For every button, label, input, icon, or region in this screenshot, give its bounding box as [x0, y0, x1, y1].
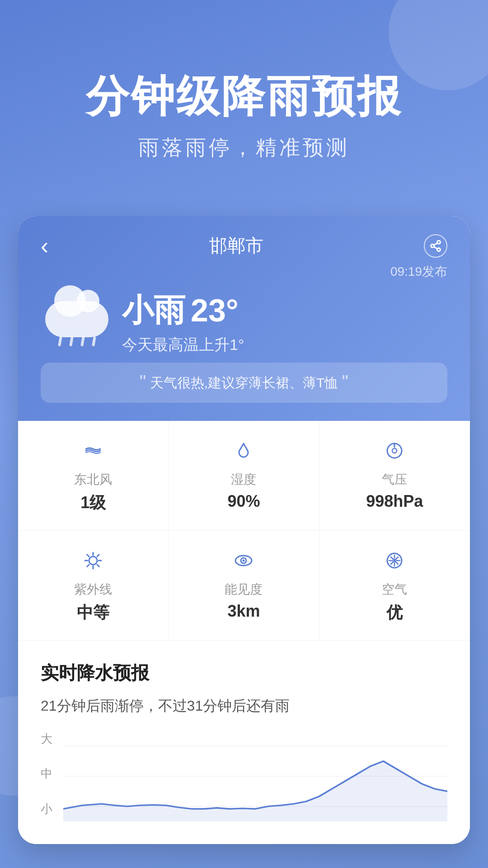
forecast-section: 实时降水预报 21分钟后雨渐停，不过31分钟后还有雨 大 中 小: [18, 641, 470, 844]
quote-open: ": [140, 372, 146, 392]
rain-drop-4: [92, 336, 96, 346]
suggestion-content: 天气很热,建议穿薄长裙、薄T恤: [150, 375, 338, 390]
share-icon: [429, 240, 442, 252]
visibility-value: 3km: [227, 602, 260, 621]
rain-drop-3: [80, 336, 85, 346]
svg-point-6: [392, 448, 397, 453]
uv-label: 紫外线: [74, 581, 112, 598]
svg-line-14: [97, 565, 99, 566]
stat-wind: 东北风 1级: [18, 421, 169, 531]
pressure-value: 998hPa: [366, 492, 423, 511]
rain-drops: [45, 336, 108, 346]
svg-line-16: [87, 565, 89, 566]
rainfall-svg: [63, 731, 447, 821]
pressure-icon: [385, 441, 404, 464]
share-button[interactable]: [424, 234, 447, 258]
wind-label: 东北风: [74, 471, 112, 488]
humidity-icon: [234, 441, 253, 464]
publish-time: 09:19发布: [41, 263, 447, 280]
quote-close: ": [342, 372, 348, 392]
stat-uv: 紫外线 中等: [18, 531, 169, 641]
weather-condition-temp: 小雨 23°: [122, 289, 244, 332]
pressure-label: 气压: [382, 471, 407, 488]
card-nav: ‹ 邯郸市: [41, 232, 447, 259]
chart-svg-area: [63, 731, 447, 821]
air-icon: [385, 551, 404, 574]
weather-icon: [45, 297, 108, 348]
y-label-small: 小: [41, 801, 52, 817]
forecast-title: 实时降水预报: [41, 660, 447, 685]
suggestion-box: " 天气很热,建议穿薄长裙、薄T恤 ": [41, 363, 447, 403]
weather-condition: 小雨: [122, 289, 185, 332]
svg-point-8: [89, 557, 97, 565]
weather-info: 小雨 23° 今天最高温上升1°: [122, 289, 244, 355]
stat-visibility: 能见度 3km: [169, 531, 319, 641]
svg-line-4: [434, 243, 437, 245]
humidity-label: 湿度: [231, 471, 256, 488]
cloud-rain-icon: [45, 297, 108, 346]
wind-value: 1级: [80, 492, 106, 514]
hero-title: 分钟级降雨预报: [27, 72, 461, 120]
forecast-description: 21分钟后雨渐停，不过31分钟后还有雨: [41, 694, 447, 717]
stat-air: 空气 优: [319, 531, 470, 641]
card-header: ‹ 邯郸市 09:19发布: [18, 216, 470, 421]
svg-line-15: [97, 554, 99, 556]
stat-humidity: 湿度 90%: [169, 421, 319, 531]
svg-point-19: [243, 559, 245, 561]
rainfall-chart: 大 中 小: [41, 731, 447, 821]
y-label-big: 大: [41, 731, 52, 747]
chart-y-axis: 大 中 小: [41, 731, 52, 821]
visibility-icon: [234, 551, 253, 574]
weather-temperature: 23°: [191, 292, 239, 329]
air-value: 优: [386, 602, 403, 624]
y-label-mid: 中: [41, 766, 52, 782]
rain-drop-1: [58, 336, 62, 346]
wind-icon: [83, 441, 103, 464]
back-button[interactable]: ‹: [41, 232, 48, 259]
air-label: 空气: [382, 581, 407, 598]
stats-grid: 东北风 1级 湿度 90% 气压 998hPa: [18, 421, 470, 641]
svg-line-3: [434, 246, 437, 249]
svg-marker-24: [63, 761, 447, 821]
cloud-body: [45, 301, 108, 337]
weather-card: ‹ 邯郸市 09:19发布: [18, 216, 470, 844]
suggestion-text: " 天气很热,建议穿薄长裙、薄T恤 ": [54, 373, 434, 393]
rain-drop-2: [69, 336, 74, 346]
weather-sub-text: 今天最高温上升1°: [122, 335, 244, 355]
humidity-value: 90%: [227, 492, 260, 511]
weather-main: 小雨 23° 今天最高温上升1°: [41, 289, 447, 355]
hero-subtitle: 雨落雨停，精准预测: [27, 134, 461, 162]
city-name: 邯郸市: [209, 233, 263, 258]
svg-line-13: [87, 554, 89, 556]
stat-pressure: 气压 998hPa: [319, 421, 470, 531]
uv-value: 中等: [77, 602, 109, 624]
uv-icon: [83, 551, 103, 574]
visibility-label: 能见度: [225, 581, 263, 598]
